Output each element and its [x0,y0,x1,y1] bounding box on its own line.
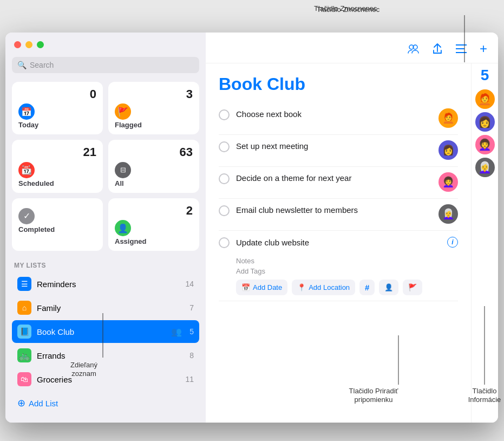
task-checkbox-1[interactable] [219,109,230,120]
flagged-label: Flagged [115,121,193,129]
errands-count: 8 [189,351,194,360]
member-avatar-1[interactable]: 🧑‍🦰 [475,89,495,109]
flagged-count: 3 [115,87,193,101]
info-button[interactable]: i [447,237,458,248]
task-text-1: Choose next book [236,108,432,120]
assigned-label: Assigned [115,237,193,245]
scheduled-count: 21 [18,145,96,159]
smart-list-completed[interactable]: ✓ Completed [12,198,103,251]
delegate-button[interactable] [405,41,421,57]
task-checkbox-3[interactable] [219,173,230,184]
main-content: + Book Club Choose next book 🧑‍🦰 Set up … [206,33,498,423]
tag-icon: # [365,283,369,292]
list-item-reminders[interactable]: ☰ Reminders 14 [12,273,199,295]
my-lists-header: My Lists [12,262,199,269]
smart-list-all[interactable]: 63 ⊟ All [108,140,199,192]
reminders-count: 14 [185,280,194,288]
smart-list-flagged[interactable]: 3 🚩 Flagged [108,82,199,134]
calendar-icon: 📅 [241,283,250,291]
all-count: 63 [115,145,193,159]
flag-icon: 🚩 [408,283,417,291]
errands-icon: 🚲 [17,348,31,362]
flagged-icon: 🚩 [115,103,131,120]
reminders-label: Reminders [37,280,180,289]
task-text-2: Set up next meeting [236,140,432,152]
bookclub-count: 5 [189,327,194,336]
task-avatar-3: 👩‍🦱 [438,172,458,192]
assigned-icon-row: 👤 [115,220,193,236]
task-count-badge: 5 [481,68,489,83]
smart-list-assigned[interactable]: 2 👤 Assigned [108,198,199,251]
app-window: 🔍 Search 0 📅 Today 3 🚩 Flagged 21 [5,33,498,423]
format-button[interactable] [454,42,469,56]
task-checkbox-5[interactable] [219,237,230,248]
add-location-label: Add Location [309,283,350,291]
shared-icon: 👥 [171,327,182,337]
add-location-button[interactable]: 📍 Add Location [292,280,355,295]
location-icon: 📍 [297,283,306,291]
task-action-bar: 📅 Add Date 📍 Add Location # [236,280,458,295]
list-item-family[interactable]: ⌂ Family 7 [12,296,199,319]
completed-count [18,204,96,206]
main-body: Book Club Choose next book 🧑‍🦰 Set up ne… [206,63,498,423]
task-avatar-2: 👩 [438,140,458,160]
annotation-delegate: Tlačidlo Zmocnenec [314,4,377,12]
task-row-expanded: Update club website i Notes Add Tags 📅 A… [219,231,458,301]
groceries-count: 11 [185,375,194,384]
groceries-label: Groceries [37,375,180,384]
add-tag-button[interactable]: # [359,280,375,295]
bookclub-icon: 📘 [17,325,31,339]
task-row: Set up next meeting 👩 [219,135,458,167]
scheduled-label: Scheduled [18,179,96,187]
list-title: Book Club [219,74,458,94]
traffic-lights [12,41,199,48]
errands-label: Errands [37,351,184,360]
family-label: Family [37,303,184,313]
smart-list-today[interactable]: 0 📅 Today [12,82,103,134]
search-bar[interactable]: 🔍 Search [12,57,199,73]
assign-button[interactable]: 👤 [379,280,398,295]
add-list-icon: ⊕ [17,397,25,409]
flagged-icon-row: 🚩 [115,103,193,120]
today-icon-row: 📅 [18,103,96,120]
task-tags: Add Tags [236,267,458,275]
add-date-label: Add Date [253,283,282,291]
list-item-groceries[interactable]: 🛍 Groceries 11 [12,368,199,391]
task-checkbox-4[interactable] [219,205,230,216]
scheduled-icon-row: 📆 [18,162,96,178]
tasks-panel: Book Club Choose next book 🧑‍🦰 Set up ne… [206,63,471,423]
task-avatar-1: 🧑‍🦰 [438,108,458,128]
member-avatar-4[interactable]: 👩‍🦳 [475,158,495,177]
search-icon: 🔍 [17,61,27,69]
list-item-bookclub[interactable]: 📘 Book Club 👥 5 [12,320,199,343]
maximize-button[interactable] [37,41,44,48]
task-row: Decide on a theme for next year 👩‍🦱 [219,167,458,199]
assigned-count: 2 [115,204,193,218]
scheduled-icon: 📆 [18,162,35,178]
close-button[interactable] [14,41,21,48]
list-item-errands[interactable]: 🚲 Errands 8 [12,344,199,367]
member-avatar-2[interactable]: 👩 [475,112,495,132]
task-avatar-4: 👩‍🦳 [438,204,458,224]
member-avatar-3[interactable]: 👩‍🦱 [475,135,495,154]
list-items: ☰ Reminders 14 ⌂ Family 7 📘 Book Club 👥 … [12,273,199,391]
completed-label: Completed [18,225,96,234]
all-label: All [115,179,193,187]
groceries-icon: 🛍 [17,372,31,386]
search-placeholder: Search [30,61,54,69]
assign-icon: 👤 [384,283,393,291]
add-task-button[interactable]: + [477,39,489,59]
flag-button[interactable]: 🚩 [403,280,422,295]
task-notes: Notes [236,257,458,265]
share-button[interactable] [430,41,445,57]
main-toolbar: + [206,33,498,63]
add-list-label: Add List [29,399,58,408]
add-date-button[interactable]: 📅 Add Date [236,280,287,295]
minimize-button[interactable] [25,41,32,48]
task-text-3: Decide on a theme for next year [236,172,432,184]
smart-lists: 0 📅 Today 3 🚩 Flagged 21 📆 Scheduled [12,82,199,251]
smart-list-scheduled[interactable]: 21 📆 Scheduled [12,140,103,192]
add-list-row[interactable]: ⊕ Add List [12,393,199,413]
task-checkbox-2[interactable] [219,141,230,152]
sidebar: 🔍 Search 0 📅 Today 3 🚩 Flagged 21 [5,33,206,423]
